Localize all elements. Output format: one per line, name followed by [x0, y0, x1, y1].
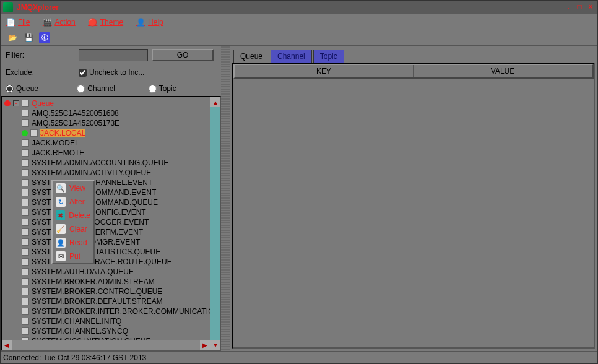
tree-item[interactable]: SYSTEM.BROKER.CONTROL.QUEUE [4, 287, 217, 297]
theme-icon: 🔴 [88, 17, 98, 27]
info-icon[interactable]: 🛈 [39, 32, 50, 43]
tree-item[interactable]: JACK.LOCAL [4, 128, 217, 138]
tree-item[interactable]: AMQ.525C1A452005173E [4, 118, 217, 128]
status-text: Connected: Tue Oct 29 03:46:17 GST 2013 [3, 353, 146, 362]
filter-label: Filter: [6, 51, 75, 59]
context-put[interactable]: ✉Put [53, 249, 93, 263]
exclude-checkbox-label: Uncheck to Inc... [89, 68, 144, 77]
tree-item-label: SYSTEM.CHANNEL.INITQ [32, 317, 121, 326]
property-table: KEY VALUE [232, 63, 595, 349]
tree-item[interactable]: SYSTEM.AUTH.DATA.QUEUE [4, 267, 217, 277]
tree-item[interactable]: SYSTEM.ADMIN.QMGR.EVENT [4, 237, 217, 247]
tree-item[interactable]: SYSTEM.BROKER.INTER.BROKER.COMMUNICATION… [4, 306, 217, 316]
context-delete[interactable]: ✖Delete [53, 209, 93, 222]
minimize-icon[interactable]: . [564, 3, 573, 12]
tree-item[interactable]: SYSTEM.ADMIN.COMMAND.QUEUE [4, 197, 217, 207]
tabbar: Queue Channel Topic [232, 49, 595, 63]
tree-item[interactable]: SYSTEM.CHANNEL.SYNCQ [4, 326, 217, 336]
right-panel: Queue Channel Topic KEY VALUE [230, 46, 597, 351]
queue-icon [22, 238, 29, 246]
queue-icon [22, 119, 29, 127]
splitter[interactable] [221, 46, 230, 351]
exclude-label: Exclude: [6, 68, 75, 77]
tree-item[interactable]: SYSTEM.CHANNEL.INITQ [4, 316, 217, 326]
scroll-left-icon[interactable]: ◀ [2, 340, 12, 350]
queue-icon [22, 159, 29, 167]
tree-item[interactable]: SYSTEM.ADMIN.LOGGER.EVENT [4, 217, 217, 227]
exclude-checkbox[interactable] [79, 69, 87, 77]
tree-item-label: AMQ.525C1A4520051608 [32, 109, 119, 118]
tree-item-label: SYSTEM.ADMIN.ACCOUNTING.QUEUE [32, 158, 168, 167]
tree-item[interactable]: SYSTEM.BROKER.DEFAULT.STREAM [4, 297, 217, 306]
tree-item[interactable]: SYSTEM.ADMIN.ACTIVITY.QUEUE [4, 168, 217, 178]
queue-icon [22, 248, 29, 256]
tree-item[interactable]: SYSTEM.ADMIN.CONFIG.EVENT [4, 207, 217, 217]
queue-icon [22, 298, 29, 305]
person-icon: 👤 [56, 238, 66, 248]
tree-item[interactable]: SYSTEM.BROKER.ADMIN.STREAM [4, 277, 217, 287]
maximize-icon[interactable]: □ [575, 3, 584, 12]
tab-queue[interactable]: Queue [233, 50, 269, 63]
queue-icon [22, 228, 29, 236]
radio-channel[interactable] [77, 85, 85, 93]
queue-icon [22, 268, 29, 275]
menu-action[interactable]: 🎬 Action [42, 17, 75, 27]
queue-icon [22, 318, 29, 325]
go-button[interactable]: GO [152, 49, 214, 61]
queue-icon [30, 129, 38, 137]
tree-item[interactable]: JACK.MODEL [4, 138, 217, 148]
horizontal-scrollbar[interactable]: ◀ ▶ [2, 340, 210, 350]
broom-icon: 🧹 [56, 224, 66, 234]
folder-icon [22, 100, 29, 107]
context-clear[interactable]: 🧹Clear [53, 222, 93, 236]
collapse-icon [4, 100, 11, 106]
tree-item-label: SYSTEM.ADMIN.ACTIVITY.QUEUE [32, 168, 151, 177]
queue-icon [22, 189, 29, 196]
app-icon [3, 2, 13, 12]
radio-topic[interactable] [149, 85, 157, 93]
queue-icon [22, 169, 29, 176]
tree-view: - Queue AMQ.525C1A4520051608AMQ.525C1A45… [1, 96, 221, 351]
close-icon[interactable]: × [586, 3, 595, 12]
context-view[interactable]: 🔍View [53, 181, 93, 195]
menubar: 📄 File 🎬 Action 🔴 Theme 👤 Help [1, 14, 597, 30]
radio-queue[interactable] [6, 85, 14, 93]
queue-icon [22, 199, 29, 206]
tree-item[interactable]: AMQ.525C1A4520051608 [4, 108, 217, 118]
tree-item[interactable]: JACK.REMOTE [4, 148, 217, 158]
tab-channel[interactable]: Channel [271, 50, 312, 63]
scroll-down-icon[interactable]: ▼ [210, 340, 220, 350]
tree-item[interactable]: SYSTEM.ADMIN.STATISTICS.QUEUE [4, 247, 217, 257]
tree-item-label: SYSTEM.AUTH.DATA.QUEUE [32, 267, 134, 276]
menu-theme[interactable]: 🔴 Theme [88, 17, 123, 27]
filter-input[interactable] [79, 49, 148, 61]
tree-item[interactable]: SYSTEM.ADMIN.CHANNEL.EVENT [4, 178, 217, 188]
tree-item-label: JACK.REMOTE [32, 149, 84, 157]
value-column-header: VALUE [414, 65, 592, 77]
menu-help[interactable]: 👤 Help [136, 17, 163, 27]
tab-topic[interactable]: Topic [313, 50, 344, 63]
tree-item[interactable]: SYSTEM.ADMIN.COMMAND.EVENT [4, 188, 217, 197]
scroll-up-icon[interactable]: ▲ [210, 97, 220, 107]
refresh-icon: ↻ [56, 197, 66, 207]
context-alter[interactable]: ↻Alter [53, 195, 93, 209]
scroll-right-icon[interactable]: ▶ [200, 340, 210, 350]
tree-item[interactable]: SYSTEM.ADMIN.ACCOUNTING.QUEUE [4, 158, 217, 168]
tree-item[interactable]: SYSTEM.ADMIN.TRACE.ROUTE.QUEUE [4, 257, 217, 267]
titlebar: JMQXplorer . □ × [1, 1, 597, 14]
tree-root-node[interactable]: - Queue [4, 98, 217, 108]
statusbar: Connected: Tue Oct 29 03:46:17 GST 2013 [1, 351, 597, 363]
active-icon [22, 130, 28, 136]
left-panel: Filter: GO Exclude: Uncheck to Inc... Qu… [1, 46, 221, 351]
save-icon[interactable]: 💾 [23, 32, 34, 43]
menu-file[interactable]: 📄 File [6, 17, 30, 27]
body: Filter: GO Exclude: Uncheck to Inc... Qu… [1, 46, 597, 351]
tree-item-label: SYSTEM.CHANNEL.SYNCQ [32, 327, 128, 336]
magnifier-icon: 🔍 [56, 183, 66, 193]
tree-item-label: SYSTEM.BROKER.CONTROL.QUEUE [32, 287, 162, 296]
vertical-scrollbar[interactable]: ▲ ▼ [210, 97, 220, 350]
context-read[interactable]: 👤Read [53, 236, 93, 249]
tree-item[interactable]: SYSTEM.ADMIN.PERFM.EVENT [4, 227, 217, 237]
open-icon[interactable]: 📂 [7, 32, 18, 43]
queue-icon [22, 278, 29, 285]
